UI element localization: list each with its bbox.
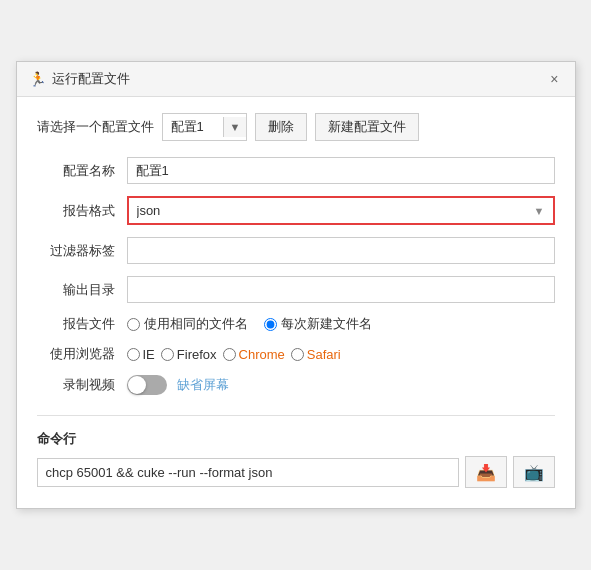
toggle-knob <box>128 376 146 394</box>
browser-ie-label: IE <box>143 347 155 362</box>
config-select-row: 请选择一个配置文件 配置1 ▼ 删除 新建配置文件 <box>37 113 555 141</box>
config-dropdown[interactable]: 配置1 ▼ <box>162 113 248 141</box>
new-config-button[interactable]: 新建配置文件 <box>315 113 419 141</box>
browser-safari-label: Safari <box>307 347 341 362</box>
report-format-select-wrap: json xml html text ▼ <box>127 196 555 225</box>
output-dir-row: 输出目录 <box>37 276 555 303</box>
browser-chrome[interactable]: Chrome <box>223 347 285 362</box>
cmd-input[interactable] <box>37 458 459 487</box>
screen-link[interactable]: 缺省屏幕 <box>177 376 229 394</box>
browser-label: 使用浏览器 <box>37 345 127 363</box>
browser-firefox-label: Firefox <box>177 347 217 362</box>
config-name-label: 配置名称 <box>37 162 127 180</box>
radio-same-file[interactable]: 使用相同的文件名 <box>127 315 248 333</box>
output-dir-input[interactable] <box>127 276 555 303</box>
radio-new-file-label: 每次新建文件名 <box>281 315 372 333</box>
output-dir-label: 输出目录 <box>37 281 127 299</box>
section-divider <box>37 415 555 416</box>
browser-options: IE Firefox Chrome Safari <box>127 347 341 362</box>
dialog-title: 运行配置文件 <box>52 70 541 88</box>
run-icon: 🏃 <box>29 71 46 87</box>
config-name-row: 配置名称 <box>37 157 555 184</box>
browser-chrome-label: Chrome <box>239 347 285 362</box>
copy-icon: 📥 <box>476 463 496 482</box>
filter-row: 过滤器标签 <box>37 237 555 264</box>
report-format-row: 报告格式 json xml html text ▼ <box>37 196 555 225</box>
browser-firefox-radio[interactable] <box>161 348 174 361</box>
record-video-toggle[interactable] <box>127 375 167 395</box>
radio-new-file-input[interactable] <box>264 318 277 331</box>
browser-ie[interactable]: IE <box>127 347 155 362</box>
report-format-label: 报告格式 <box>37 202 127 220</box>
browser-firefox[interactable]: Firefox <box>161 347 217 362</box>
delete-button[interactable]: 删除 <box>255 113 307 141</box>
radio-same-file-input[interactable] <box>127 318 140 331</box>
config-dropdown-arrow[interactable]: ▼ <box>223 117 247 137</box>
record-video-row: 录制视频 缺省屏幕 <box>37 375 555 395</box>
cmd-copy-button[interactable]: 📥 <box>465 456 507 488</box>
report-file-radio-group: 使用相同的文件名 每次新建文件名 <box>127 315 372 333</box>
browser-row: 使用浏览器 IE Firefox Chrome Safari <box>37 345 555 363</box>
dialog-body: 请选择一个配置文件 配置1 ▼ 删除 新建配置文件 配置名称 报告格式 json… <box>17 97 575 508</box>
radio-same-file-label: 使用相同的文件名 <box>144 315 248 333</box>
browser-ie-radio[interactable] <box>127 348 140 361</box>
report-file-label: 报告文件 <box>37 315 127 333</box>
record-video-label: 录制视频 <box>37 376 127 394</box>
cmd-section-label: 命令行 <box>37 430 555 448</box>
config-selected-value: 配置1 <box>163 114 223 140</box>
browser-safari-radio[interactable] <box>291 348 304 361</box>
run-config-dialog: 🏃 运行配置文件 × 请选择一个配置文件 配置1 ▼ 删除 新建配置文件 配置名… <box>16 61 576 509</box>
browser-safari[interactable]: Safari <box>291 347 341 362</box>
toggle-wrap: 缺省屏幕 <box>127 375 229 395</box>
config-name-input[interactable] <box>127 157 555 184</box>
report-format-select[interactable]: json xml html text <box>129 198 526 223</box>
close-button[interactable]: × <box>546 70 562 88</box>
filter-input[interactable] <box>127 237 555 264</box>
filter-label: 过滤器标签 <box>37 242 127 260</box>
dialog-titlebar: 🏃 运行配置文件 × <box>17 62 575 97</box>
cmd-run-button[interactable]: 📺 <box>513 456 555 488</box>
browser-chrome-radio[interactable] <box>223 348 236 361</box>
config-select-label: 请选择一个配置文件 <box>37 118 154 136</box>
radio-new-file[interactable]: 每次新建文件名 <box>264 315 372 333</box>
report-format-arrow-icon: ▼ <box>526 200 553 222</box>
report-file-row: 报告文件 使用相同的文件名 每次新建文件名 <box>37 315 555 333</box>
cmd-row: 📥 📺 <box>37 456 555 488</box>
run-icon: 📺 <box>524 463 544 482</box>
